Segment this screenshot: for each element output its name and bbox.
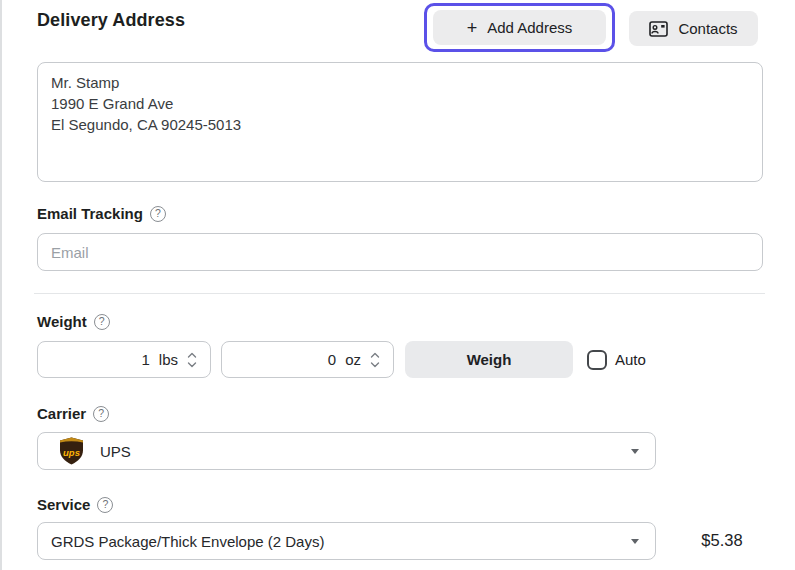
question-circle-icon[interactable]: ? <box>94 314 110 330</box>
service-label: Service ? <box>37 496 113 513</box>
weight-label-text: Weight <box>37 313 87 330</box>
service-selected-value: GRDS Package/Thick Envelope (2 Days) <box>51 533 324 550</box>
plus-icon: + <box>467 19 478 37</box>
add-address-button-label: Add Address <box>487 19 572 36</box>
weight-lbs-input[interactable]: 1 lbs <box>37 341 211 378</box>
weight-oz-input[interactable]: 0 oz <box>221 341 394 378</box>
add-address-focus-outline: + Add Address <box>424 3 615 52</box>
shipping-form-panel: Delivery Address + Add Address Contacts … <box>0 0 795 570</box>
weight-oz-unit: oz <box>345 351 361 368</box>
auto-checkbox-label[interactable]: Auto <box>615 351 646 368</box>
weight-oz-value: 0 <box>328 351 336 368</box>
contacts-button[interactable]: Contacts <box>629 11 758 46</box>
weight-lbs-value: 1 <box>141 351 149 368</box>
carrier-select[interactable]: ups UPS <box>37 432 656 470</box>
caret-down-icon <box>631 539 639 544</box>
weigh-button[interactable]: Weigh <box>405 341 573 378</box>
email-tracking-label-text: Email Tracking <box>37 205 143 222</box>
up-down-chevrons-icon[interactable] <box>187 352 197 368</box>
add-address-button[interactable]: + Add Address <box>433 10 606 45</box>
email-tracking-label: Email Tracking ? <box>37 205 166 222</box>
question-circle-icon[interactable]: ? <box>97 497 113 513</box>
email-input[interactable] <box>37 233 763 271</box>
svg-text:ups: ups <box>63 447 80 458</box>
weight-label: Weight ? <box>37 313 110 330</box>
question-circle-icon[interactable]: ? <box>93 406 109 422</box>
service-price: $5.38 <box>682 531 762 550</box>
ups-shield-logo: ups <box>59 437 84 465</box>
service-select[interactable]: GRDS Package/Thick Envelope (2 Days) <box>37 522 656 560</box>
question-circle-icon[interactable]: ? <box>150 206 166 222</box>
carrier-selected-value: UPS <box>100 443 131 460</box>
section-divider <box>34 293 765 294</box>
caret-down-icon <box>631 449 639 454</box>
contact-card-icon <box>649 21 668 37</box>
page-title: Delivery Address <box>37 10 185 31</box>
carrier-label: Carrier ? <box>37 405 109 422</box>
carrier-label-text: Carrier <box>37 405 86 422</box>
weight-lbs-unit: lbs <box>159 351 178 368</box>
up-down-chevrons-icon[interactable] <box>370 352 380 368</box>
service-label-text: Service <box>37 496 90 513</box>
auto-weight-checkbox[interactable] <box>587 350 607 370</box>
contacts-button-label: Contacts <box>678 20 737 37</box>
delivery-address-textarea[interactable]: Mr. Stamp 1990 E Grand Ave El Segundo, C… <box>37 62 763 182</box>
